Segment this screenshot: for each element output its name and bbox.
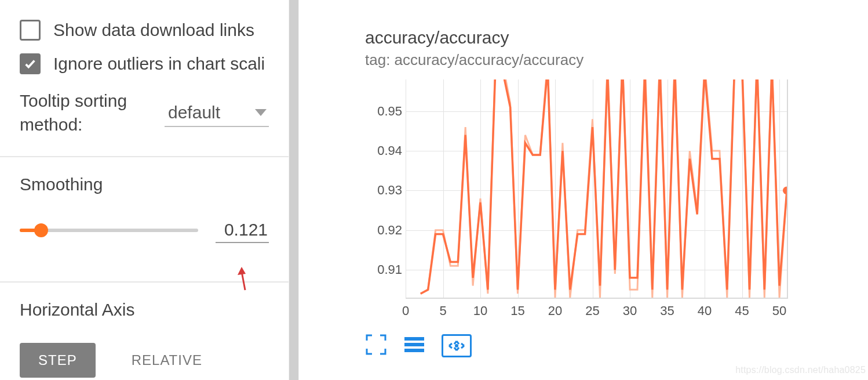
checkbox-unchecked-icon[interactable] — [20, 20, 41, 41]
option-ignore-outliers[interactable]: Ignore outliers in chart scali — [20, 53, 269, 74]
svg-point-1 — [783, 186, 787, 194]
axis-button-step[interactable]: STEP — [20, 343, 96, 378]
svg-rect-3 — [404, 343, 424, 346]
smoothing-slider[interactable] — [20, 229, 198, 232]
svg-rect-4 — [404, 349, 424, 352]
select-value: default — [168, 103, 220, 122]
x-tick: 5 — [439, 303, 446, 319]
x-tick: 15 — [510, 303, 524, 319]
watermark: https://blog.csdn.net/haha0825 — [735, 365, 866, 375]
expand-icon[interactable] — [365, 334, 387, 358]
x-tick: 35 — [660, 303, 674, 319]
axis-button-relative[interactable]: RELATIVE — [113, 343, 221, 378]
line-mode-icon[interactable] — [403, 334, 425, 358]
x-tick: 50 — [772, 303, 786, 319]
x-tick: 0 — [402, 303, 409, 319]
chart-plot: 0.910.920.930.940.9505101520253035404550 — [365, 79, 788, 323]
chart-tools — [365, 334, 868, 358]
checkbox-checked-icon[interactable] — [20, 53, 41, 74]
sidebar: Show data download links Ignore outliers… — [0, 0, 289, 380]
x-tick: 45 — [735, 303, 749, 319]
x-tick: 40 — [698, 303, 712, 319]
slider-thumb-icon[interactable] — [34, 223, 48, 237]
smoothing-label: Smoothing — [20, 175, 269, 194]
tooltip-sorting-label: Tooltip sorting method: — [20, 89, 147, 136]
y-tick: 0.95 — [365, 104, 402, 119]
option-show-download-links[interactable]: Show data download links — [20, 20, 269, 41]
x-tick: 30 — [623, 303, 637, 319]
option-label: Show data download links — [53, 20, 254, 40]
horizontal-axis-label: Horizontal Axis — [20, 300, 269, 320]
svg-rect-2 — [404, 337, 424, 341]
tooltip-sorting-row: Tooltip sorting method: default — [20, 89, 269, 136]
y-tick: 0.92 — [365, 223, 402, 238]
smoothing-input[interactable] — [216, 218, 269, 243]
option-label: Ignore outliers in chart scali — [53, 54, 265, 74]
vertical-scrollbar[interactable] — [289, 0, 299, 380]
chevron-down-icon — [255, 109, 267, 116]
y-tick: 0.94 — [365, 143, 402, 158]
y-tick: 0.91 — [365, 262, 402, 277]
chart-tag: tag: accuracy/accuracy/accuracy — [365, 51, 868, 69]
fit-domain-icon[interactable] — [442, 334, 472, 357]
chart-title: accuracy/accuracy — [365, 28, 868, 48]
chart-panel: accuracy/accuracy tag: accuracy/accuracy… — [299, 0, 868, 380]
x-tick: 25 — [585, 303, 599, 319]
x-tick: 10 — [473, 303, 487, 319]
tooltip-sorting-select[interactable]: default — [165, 99, 269, 127]
y-tick: 0.93 — [365, 183, 402, 198]
svg-point-5 — [455, 344, 458, 348]
x-tick: 20 — [548, 303, 562, 319]
